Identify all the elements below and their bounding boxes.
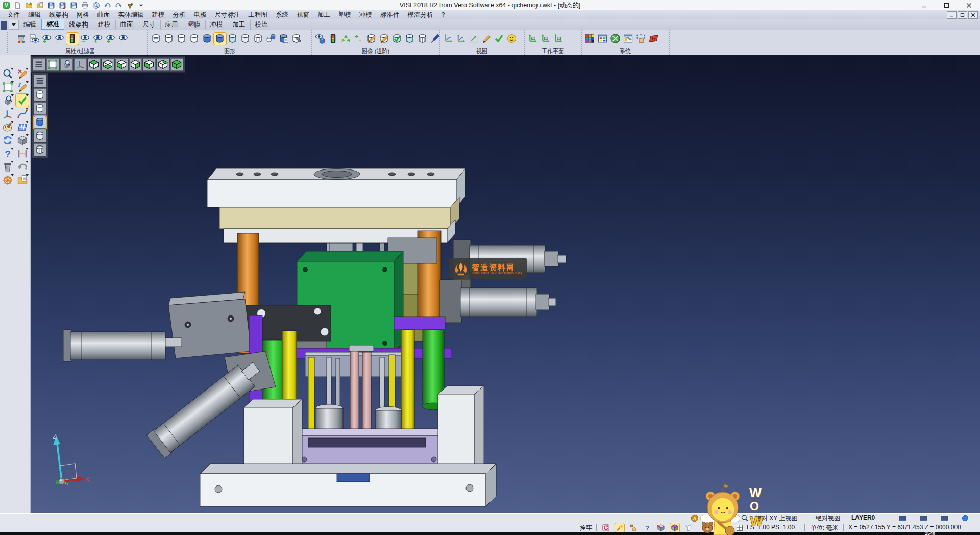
workplane-origin-icon[interactable]: [540, 33, 552, 45]
attributes-icon[interactable]: [1, 120, 14, 133]
advanced-regen-icon[interactable]: [340, 33, 352, 45]
dynamic-rotate-icon[interactable]: [442, 33, 454, 45]
view-top-icon[interactable]: [88, 58, 101, 71]
open-file-icon[interactable]: [24, 1, 33, 10]
regen-graphics-icon[interactable]: [150, 33, 162, 45]
menu-item[interactable]: 建模: [148, 10, 169, 19]
view-reference-label[interactable]: 绝对视图: [816, 514, 840, 523]
zoom-dynamic-icon[interactable]: [60, 58, 73, 71]
confirm-icon[interactable]: [16, 94, 29, 107]
tab-overflow-button[interactable]: [9, 20, 19, 30]
view-orientation-icon[interactable]: [1, 107, 14, 120]
menu-item[interactable]: 塑模: [334, 10, 355, 19]
layer-color-swatch-1[interactable]: [893, 515, 912, 522]
help-icon[interactable]: ?: [1, 147, 14, 160]
menu-item[interactable]: 分析: [169, 10, 190, 19]
workplane-cube-icon[interactable]: [670, 523, 679, 532]
snap-lock-icon[interactable]: [601, 523, 610, 532]
hide-all-icon[interactable]: -: [117, 33, 130, 45]
spline-icon[interactable]: [16, 107, 29, 120]
advanced-visibility-icon[interactable]: [314, 33, 327, 45]
workplane-align-icon[interactable]: [527, 33, 539, 45]
context-tab[interactable]: 塑膜: [183, 20, 206, 30]
context-tab[interactable]: 建模: [93, 20, 116, 30]
menu-item[interactable]: 系统: [272, 10, 292, 19]
hidden-dashed-view-icon[interactable]: [188, 33, 201, 45]
flat-view-icon[interactable]: [239, 33, 252, 45]
view-bottom-icon[interactable]: [102, 58, 114, 71]
render-shaded-edges-icon[interactable]: [34, 130, 46, 142]
viewport-menu-icon[interactable]: [33, 58, 45, 71]
menu-item[interactable]: 模流分析: [404, 10, 437, 19]
view-left-icon[interactable]: [143, 58, 156, 71]
accept-view-icon[interactable]: [493, 33, 505, 45]
menu-item[interactable]: 电极: [190, 10, 211, 19]
navigator-icon[interactable]: [1, 174, 14, 186]
quick-access-options-icon[interactable]: [137, 1, 145, 10]
menu-item[interactable]: 尺寸标注: [211, 10, 244, 19]
active-layer-label[interactable]: LAYER0: [851, 514, 875, 521]
sketch-view-icon[interactable]: [480, 33, 493, 45]
menu-item[interactable]: 曲面: [93, 10, 114, 19]
delete-icon[interactable]: [1, 160, 14, 173]
restore-checkpoint-icon[interactable]: [126, 1, 134, 10]
zoom-fit-icon[interactable]: [468, 33, 480, 45]
context-tab[interactable]: 应用: [161, 20, 183, 30]
regenerate-icon[interactable]: [1, 134, 14, 147]
advanced-toggle-icon[interactable]: +-: [353, 33, 365, 45]
dynamic-pan-icon[interactable]: [455, 33, 467, 45]
workplane-grid-icon[interactable]: [16, 120, 29, 133]
view-settings-icon[interactable]: [290, 33, 303, 45]
view-zoom-icon[interactable]: [1, 67, 14, 80]
hide-entities-icon[interactable]: -: [54, 33, 66, 45]
save-icon[interactable]: [47, 1, 56, 10]
context-tab[interactable]: 尺寸: [138, 20, 161, 30]
wireframe-view-icon[interactable]: [163, 33, 175, 45]
shaded-view-icon[interactable]: [201, 33, 213, 45]
render-hidden-line-icon[interactable]: [34, 102, 46, 115]
insert-part-icon[interactable]: [656, 523, 666, 532]
menu-item[interactable]: 加工: [313, 10, 334, 19]
context-help-icon[interactable]: ?: [643, 523, 652, 532]
view-triad-icon[interactable]: [74, 58, 87, 71]
context-tab[interactable]: 冲模: [206, 20, 228, 30]
filter-traffic-light-icon[interactable]: [66, 33, 79, 45]
render-menu-icon[interactable]: [34, 75, 46, 87]
render-ghost-icon[interactable]: [34, 143, 46, 156]
undo-icon[interactable]: [103, 1, 112, 10]
save-all-icon[interactable]: [69, 1, 78, 10]
color-palette-icon[interactable]: [584, 33, 596, 45]
menu-item[interactable]: 文件: [3, 10, 24, 19]
measure-icon[interactable]: [16, 147, 29, 160]
menu-item[interactable]: 实体编辑: [114, 10, 148, 19]
show-entities-icon[interactable]: +: [41, 33, 53, 45]
workplane-rotate-icon[interactable]: [552, 33, 565, 45]
transparency-icon[interactable]: [404, 33, 416, 45]
solid-view-icon[interactable]: [16, 134, 29, 147]
mdi-restore-button[interactable]: [958, 11, 967, 19]
maximize-button[interactable]: [935, 0, 958, 10]
menu-item[interactable]: 视窗: [292, 10, 313, 19]
layer-color-swatch-3[interactable]: [935, 515, 953, 522]
transparent-view-icon[interactable]: [227, 33, 239, 45]
preferences-icon[interactable]: [622, 33, 634, 45]
close-button[interactable]: [958, 0, 980, 10]
view-back-icon[interactable]: [157, 58, 169, 71]
view-front-icon[interactable]: [115, 58, 128, 71]
mdi-close-button[interactable]: [968, 11, 978, 19]
render-shaded-icon[interactable]: [34, 116, 46, 129]
annotate-image-icon[interactable]: [378, 33, 390, 45]
multi-view-icon[interactable]: [265, 33, 277, 45]
magic-wand-icon[interactable]: [615, 523, 624, 532]
menu-item[interactable]: ?: [437, 10, 449, 19]
view-isometric-icon[interactable]: [170, 58, 183, 71]
print-preview-icon[interactable]: [92, 1, 101, 10]
attribute-copy-icon[interactable]: [28, 33, 40, 45]
import-file-icon[interactable]: [36, 1, 44, 10]
menu-item[interactable]: 线架构: [45, 10, 72, 19]
3d-model[interactable]: [31, 55, 980, 513]
globe-icon[interactable]: [956, 515, 974, 522]
menu-item[interactable]: 编辑: [24, 10, 45, 19]
zoom-extents-icon[interactable]: [46, 58, 59, 71]
shaded-edges-view-icon[interactable]: [214, 33, 226, 45]
